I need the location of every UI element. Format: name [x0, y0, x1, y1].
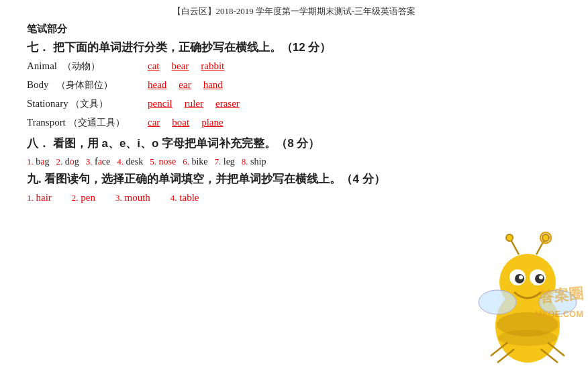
word-bear: bear [171, 60, 189, 72]
s8-item2: 2. dog [56, 156, 79, 167]
transport-row: Transport （交通工具） car boat plane [27, 117, 561, 129]
s8-item5: 5. nose [150, 156, 176, 167]
header-text: 【白云区】2018-2019 学年度第一学期期末测试-三年级英语答案 [173, 6, 416, 16]
section9-title: 九. 看图读句，选择正确的单词填空，并把单词抄写在横线上。（4 分） [27, 171, 561, 187]
word-boat: boat [172, 117, 189, 128]
s8-item3: 3. face [86, 156, 111, 167]
word-rabbit: rabbit [201, 60, 224, 72]
page-header: 【白云区】2018-2019 学年度第一学期期末测试-三年级英语答案 [27, 5, 561, 17]
stationary-label: Stationary （文具） [27, 98, 148, 110]
s9-item4: 4. table [170, 192, 199, 203]
animal-label: Animal （动物） [27, 60, 148, 73]
svg-point-7 [539, 275, 543, 279]
animal-row: Animal （动物） cat bear rabbit [27, 60, 561, 73]
transport-label: Transport （交通工具） [27, 117, 148, 129]
section7-title: 七． 把下面的单词进行分类，正确抄写在横线上。（12 分） [27, 40, 561, 55]
body-row: Body （身体部位） head ear hand [27, 79, 561, 91]
svg-point-6 [519, 275, 523, 279]
page: 【白云区】2018-2019 学年度第一学期期末测试-三年级英语答案 笔试部分 … [0, 0, 588, 366]
s8-item7: 7. leg [215, 156, 235, 167]
word-car: car [148, 117, 160, 128]
word-cat: cat [148, 60, 159, 72]
section8-title: 八． 看图，用 a、e、i、o 字母把单词补充完整。（8 分） [27, 136, 561, 151]
watermark-zh: 答案圈 [538, 283, 584, 308]
s8-item6: 6. bike [183, 156, 207, 167]
word-ear: ear [179, 79, 191, 91]
word-head: head [148, 79, 166, 91]
s9-item1: 1. hair [27, 192, 52, 203]
word-hand: hand [203, 79, 223, 91]
s8-item1: 1. bag [27, 156, 49, 167]
word-eraser: eraser [215, 98, 240, 109]
body-label: Body （身体部位） [27, 79, 148, 91]
svg-line-8 [511, 240, 519, 255]
svg-point-15 [479, 290, 516, 314]
watermark-en: MXQE.COM [535, 309, 583, 319]
word-ruler: ruler [185, 98, 203, 109]
s8-item4: 4. desk [117, 156, 143, 167]
section8-items: 1. bag 2. dog 3. face 4. desk 5. nose 6.… [27, 156, 561, 167]
s9-item3: 3. mouth [115, 192, 150, 203]
section9-items: 1. hair 2. pen 3. mouth 4. table [27, 192, 561, 203]
svg-point-9 [506, 234, 513, 241]
stationary-row: Stationary （文具） pencil ruler eraser [27, 98, 561, 110]
s9-item2: 2. pen [72, 192, 95, 203]
word-pencil: pencil [148, 98, 173, 109]
s8-item8: 8. ship [242, 156, 266, 167]
section-written-title: 笔试部分 [27, 23, 561, 36]
word-plane: plane [201, 117, 223, 128]
mascot-area: 答案圈 MXQE.COM [471, 225, 585, 366]
svg-point-11 [542, 234, 549, 241]
